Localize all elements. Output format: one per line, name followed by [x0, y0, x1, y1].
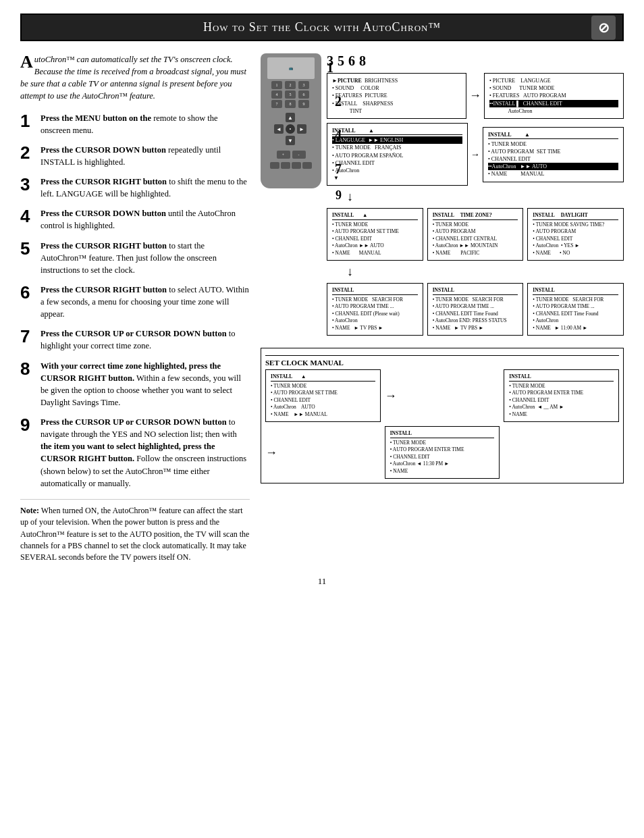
down-arrow-section2: ↓ [327, 265, 624, 279]
screen-row: ▼ [332, 174, 462, 182]
screen-daylight: INSTALL DAYLIGHT • TUNER MODE SAVING TIM… [527, 208, 624, 261]
screen-time-found: INSTALL • TUNER MODE SEARCH FOR • AUTO P… [527, 283, 624, 336]
manual-screens-row: INSTALL ▲ • TUNER MODE • AUTO PROGRAM SE… [265, 369, 619, 479]
step-3: 3 Press the CURSOR RIGHT button to shift… [20, 176, 250, 200]
step-4: 4 Press the CURSOR DOWN button until the… [20, 207, 250, 232]
main-content: AutoChron™ can automatically set the TV'… [20, 53, 624, 564]
screen-searching2: INSTALL • TUNER MODE SEARCH FOR • AUTO P… [427, 283, 524, 336]
screen-row: • TUNER MODE SEARCH FOR [533, 296, 618, 304]
remote-btn-8: 8 [285, 100, 296, 108]
step-text-7: Press the CURSOR UP or CURSOR DOWN butto… [41, 328, 250, 352]
screen-row: • AutoChron ◄ 11:30 PM ► [390, 461, 495, 468]
step-num-6: 6 [20, 284, 35, 301]
screen-step1-menu: ►PICTURE BRIGHTNESS • SOUND COLOR • FEAT… [327, 73, 466, 119]
screen-row: • AutoChron [533, 317, 618, 325]
screen-row: • TUNER MODE SEARCH FOR [332, 296, 418, 304]
step-text-9: Press the CURSOR UP or CURSOR DOWN butto… [41, 416, 250, 490]
screen-row: • NAME [509, 411, 614, 419]
step-text-4: Press the CURSOR DOWN button until the A… [41, 207, 250, 232]
remote-btn-6: 6 [298, 90, 309, 99]
remote-btn-c [292, 162, 301, 169]
screen-row: • AutoChron [332, 167, 462, 174]
note-text: When turned ON, the AutoChron™ feature c… [20, 506, 249, 562]
screen-row: • SOUND COLOR [332, 84, 461, 92]
screen-row: ►PICTURE BRIGHTNESS [332, 77, 461, 84]
remote-btn-d [302, 162, 312, 169]
screen-row: • AUTO PROGRAM ENTER TIME [509, 390, 614, 397]
screen-row: • CHANNEL EDIT [332, 236, 418, 243]
screen-row: • TUNER MODE [332, 221, 418, 229]
remote-btn-5: 5 [285, 90, 296, 99]
screen-row: • TUNER MODE [509, 383, 614, 390]
screen-row: • CHANNEL EDIT [332, 159, 462, 167]
step-text-5: Press the CURSOR RIGHT button to start t… [41, 240, 250, 276]
screen-title: INSTALL ▲ [332, 127, 462, 135]
screen-row: • AUTO PROGRAM [533, 228, 618, 236]
screen-row: • AutoChron ►► AUTO [332, 242, 418, 250]
screen-row: • SOUND TUNER MODE [489, 84, 618, 92]
screen-row: • AUTO PROGRAM SET TIME [332, 228, 418, 236]
screen-row: • TUNER MODE [390, 440, 495, 447]
right-column: 📺 1 2 3 4 5 6 7 8 9 [261, 53, 624, 564]
note-section: Note: When turned ON, the AutoChron™ fea… [20, 499, 250, 564]
screen-row: • NAME MANUAL [488, 170, 618, 178]
screen-title: INSTALL TIME ZONE? [433, 212, 518, 220]
step-num-3: 3 [20, 176, 35, 193]
screen-row: • AutoChron ►► MOUNTAIN [433, 242, 518, 250]
callout-2: 2 [335, 94, 342, 109]
left-column: AutoChron™ can automatically set the TV'… [20, 53, 250, 564]
screen-row: ••INSTALL ▌ CHANNEL EDIT [489, 100, 618, 107]
remote-btn-4: 4 [271, 90, 282, 99]
step-num-7: 7 [20, 328, 35, 345]
screen-row: • AutoChron END: PRESS STATUS [433, 317, 518, 325]
screen-row: • FEATURES AUTO PROGRAM [489, 92, 618, 99]
screen-row: • INSTALL SHARPNESS [332, 100, 461, 107]
screen-row: • CHANNEL EDIT [533, 236, 618, 243]
remote-cursor-empty-bl [274, 136, 284, 145]
screen-title: INSTALL [390, 430, 495, 438]
screen-row: • PICTURE LANGUAGE [489, 77, 618, 84]
set-clock-manual-label: SET CLOCK MANUAL [265, 355, 619, 367]
arrow-between-manual2: → [265, 426, 381, 479]
remote-cursor-pad: ▲ ◄ • ► ▼ [274, 113, 308, 147]
remote-screen: 📺 [267, 57, 315, 79]
drop-cap: A [20, 53, 33, 71]
logo-icon: ⊘ [591, 16, 616, 40]
screen-row: • TUNER MODE FRANÇAIS [332, 144, 462, 151]
callout-7: 7 [335, 161, 342, 177]
step-6: 6 Press the CURSOR RIGHT button to selec… [20, 284, 250, 320]
screen-row: • CHANNEL EDIT Time Found [433, 311, 518, 318]
screen-row: • TUNER MODE SEARCH FOR [433, 296, 518, 304]
screen-row: • NAME MANUAL [332, 250, 418, 257]
set-clock-manual-section: SET CLOCK MANUAL INSTALL ▲ • TUNER MODE … [261, 348, 624, 483]
down-arrow-section: ↓ [327, 190, 624, 204]
screen-row: • NAME [390, 468, 495, 475]
step-1: 1 Press the MENU button on the remote to… [20, 112, 250, 136]
screen-title: INSTALL ▲ [271, 373, 375, 382]
screen-row: • AUTO PROGRAM [433, 228, 518, 236]
screen-row: • CHANNEL EDIT [488, 155, 618, 163]
screen-title: INSTALL [332, 287, 418, 295]
step-num-8: 8 [20, 360, 35, 377]
remote-cursor-empty-br [297, 136, 306, 145]
callout-6: 6 [348, 53, 355, 69]
remote-cursor-empty-tr [297, 113, 306, 122]
screen-install-language: INSTALL ▲ • LANGUAGE ►► ENGLISH • TUNER … [327, 123, 468, 186]
step-7: 7 Press the CURSOR UP or CURSOR DOWN but… [20, 328, 250, 352]
screen-manual-1: INSTALL ▲ • TUNER MODE • AUTO PROGRAM SE… [265, 369, 381, 422]
screen-row: • CHANNEL EDIT CENTRAL [433, 236, 518, 243]
screen-row: • TUNER MODE [433, 221, 518, 229]
remote-btn-plus: + [277, 151, 290, 159]
step-text-3: Press the CURSOR RIGHT button to shift t… [41, 176, 250, 200]
step-num-2: 2 [20, 144, 35, 161]
step-2: 2 Press the CURSOR DOWN button repeatedl… [20, 144, 250, 168]
screen-manual-3: INSTALL • TUNER MODE • AUTO PROGRAM ENTE… [385, 426, 500, 479]
screen-row: • AUTO PROGRAM SET TIME [488, 148, 618, 155]
screen-row: • CHANNEL EDIT [509, 397, 614, 404]
note-label: Note: [20, 506, 39, 515]
screen-row: ••AutoChron ►► AUTO [488, 163, 618, 170]
step-text-6: Press the CURSOR RIGHT button to select … [41, 284, 250, 320]
step-num-9: 9 [20, 416, 35, 434]
remote-btn-b [281, 162, 290, 169]
step-9: 9 Press the CURSOR UP or CURSOR DOWN but… [20, 416, 250, 490]
